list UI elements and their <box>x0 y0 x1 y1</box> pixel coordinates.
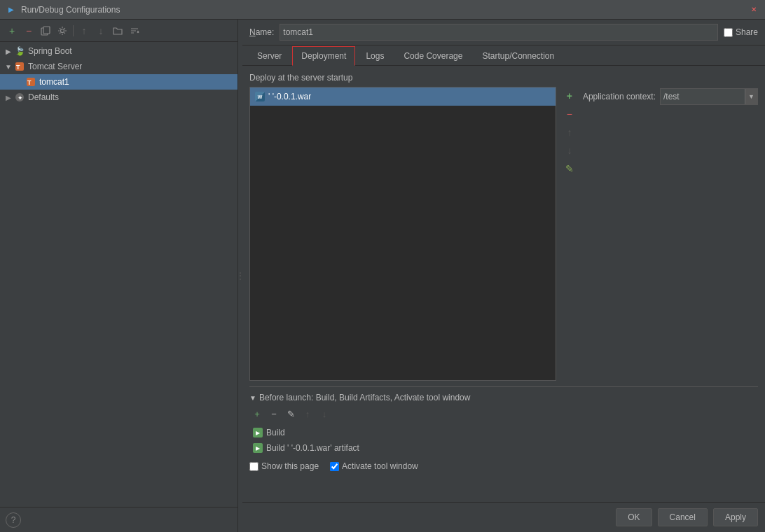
ok-button[interactable]: OK <box>616 508 652 526</box>
config-settings-button[interactable] <box>55 23 70 38</box>
tree-item-tomcat-server[interactable]: ▼ T Tomcat Server <box>0 59 237 74</box>
apply-button[interactable]: Apply <box>713 508 758 526</box>
title-bar: ▶ Run/Debug Configurations ✕ <box>0 0 765 20</box>
spring-boot-arrow: ▶ <box>3 46 14 57</box>
tomcat-server-arrow: ▼ <box>3 61 14 72</box>
title-bar-icon: ▶ <box>6 4 17 15</box>
left-bottom: ? <box>0 507 237 532</box>
deploy-list-item-0[interactable]: W ' '-0.0.1.war <box>250 88 556 106</box>
left-panel: + − ↑ ↓ <box>0 20 238 532</box>
share-area: Share <box>724 27 758 37</box>
app-context-input[interactable] <box>661 92 745 102</box>
defaults-arrow: ▶ <box>3 92 14 103</box>
build-artifact-icon: ▶ <box>252 442 263 454</box>
bl-item-build-label: Build <box>266 428 285 438</box>
app-context-dropdown-button[interactable]: ▼ <box>745 89 757 104</box>
tabs-row: Server Deployment Logs Code Coverage Sta… <box>242 46 765 66</box>
move-up-button[interactable]: ↑ <box>76 23 92 38</box>
svg-text:T: T <box>16 64 20 71</box>
toolbar-sep-1 <box>73 25 74 36</box>
show-this-page-group: Show this page <box>249 461 319 471</box>
deploy-remove-button[interactable]: − <box>562 106 577 122</box>
bl-item-build-artifact[interactable]: ▶ Build ' '-0.0.1.war' artifact <box>249 440 758 456</box>
tab-deployment[interactable]: Deployment <box>292 46 355 66</box>
deploy-label: Deploy at the server startup <box>249 73 758 83</box>
share-label: Share <box>736 27 758 37</box>
svg-point-2 <box>61 29 64 32</box>
bl-item-build[interactable]: ▶ Build <box>249 425 758 440</box>
copy-config-button[interactable] <box>38 23 53 38</box>
bl-remove-button[interactable]: − <box>266 407 282 421</box>
sort-button[interactable] <box>127 23 142 38</box>
add-config-button[interactable]: + <box>4 23 20 38</box>
deploy-add-button[interactable]: + <box>562 88 577 104</box>
deploy-edit-button[interactable]: ✎ <box>562 161 577 176</box>
defaults-label: Defaults <box>28 92 59 102</box>
show-page-label[interactable]: Show this page <box>261 461 319 471</box>
tomcat-server-label: Tomcat Server <box>28 62 82 71</box>
checkboxes-row: Show this page Activate tool window <box>249 461 758 471</box>
content-area: Deploy at the server startup W ' '-0.0.1… <box>242 66 765 502</box>
deploy-side-buttons: + − ↑ ↓ ✎ <box>562 87 577 381</box>
tree-item-tomcat1[interactable]: ▶ T tomcat1 <box>0 74 237 90</box>
name-label: Name: <box>249 27 274 37</box>
bl-up-button[interactable]: ↑ <box>300 407 315 421</box>
tree-item-defaults[interactable]: ▶ ✦ Defaults <box>0 90 237 105</box>
tab-startup-connection[interactable]: Startup/Connection <box>473 46 563 66</box>
bottom-buttons: OK Cancel Apply <box>242 502 765 532</box>
svg-rect-1 <box>43 27 50 34</box>
close-button[interactable]: ✕ <box>748 4 759 15</box>
before-launch-arrow[interactable]: ▼ <box>249 394 256 402</box>
defaults-icon: ✦ <box>14 92 25 103</box>
tree-item-spring-boot[interactable]: ▶ 🍃 Spring Boot <box>0 43 237 59</box>
activate-tool-window-checkbox[interactable] <box>330 462 339 471</box>
move-down-button[interactable]: ↓ <box>93 23 109 38</box>
right-panel: Name: Share Server Deployment Logs Code … <box>242 20 765 532</box>
title-bar-text: Run/Debug Configurations <box>21 5 748 15</box>
show-page-checkbox[interactable] <box>249 462 259 471</box>
tab-logs[interactable]: Logs <box>357 46 393 66</box>
config-tree: ▶ 🍃 Spring Boot ▼ T Tomcat Server ▶ <box>0 42 237 507</box>
app-context-area: Application context: ▼ <box>583 87 758 381</box>
svg-text:✦: ✦ <box>18 94 23 102</box>
title-bar-controls: ✕ <box>748 4 759 15</box>
war-icon: W <box>254 91 266 102</box>
before-launch-items: ▶ Build ▶ Build ' '-0.0.1.war' artifact <box>249 425 758 456</box>
deploy-section: W ' '-0.0.1.war + − ↑ ↓ ✎ A <box>249 87 758 381</box>
before-launch-section: ▼ Before launch: Build, Build Artifacts,… <box>249 386 758 471</box>
before-launch-text: Before launch: Build, Build Artifacts, A… <box>259 393 471 402</box>
left-toolbar: + − ↑ ↓ <box>0 20 237 42</box>
app-context-input-wrap: ▼ <box>660 88 758 105</box>
bl-edit-button[interactable]: ✎ <box>283 407 298 421</box>
bl-add-button[interactable]: + <box>249 407 265 421</box>
activate-tool-window-group: Activate tool window <box>330 461 418 471</box>
name-row: Name: Share <box>242 20 765 46</box>
tab-server[interactable]: Server <box>248 46 291 66</box>
deploy-down-button[interactable]: ↓ <box>562 143 577 158</box>
deploy-list-area: W ' '-0.0.1.war <box>249 87 556 381</box>
app-context-label: Application context: <box>583 92 656 102</box>
move-to-folder-button[interactable] <box>110 23 125 38</box>
tomcat1-icon: T <box>25 76 36 88</box>
remove-config-button[interactable]: − <box>21 23 36 38</box>
main-layout: + − ↑ ↓ <box>0 20 765 532</box>
activate-tool-window-label[interactable]: Activate tool window <box>342 461 418 471</box>
app-context-row: Application context: ▼ <box>583 88 758 105</box>
build-icon: ▶ <box>252 427 263 438</box>
deploy-up-button[interactable]: ↑ <box>562 125 577 140</box>
cancel-button[interactable]: Cancel <box>658 508 708 526</box>
name-input[interactable] <box>280 24 718 41</box>
bl-down-button[interactable]: ↓ <box>317 407 332 421</box>
before-launch-toolbar: + − ✎ ↑ ↓ <box>249 407 758 421</box>
share-checkbox[interactable] <box>724 28 733 37</box>
bl-item-artifact-label: Build ' '-0.0.1.war' artifact <box>266 443 359 453</box>
spring-boot-icon: 🍃 <box>14 46 25 57</box>
spring-boot-label: Spring Boot <box>28 46 72 56</box>
tomcat1-label: tomcat1 <box>39 77 69 87</box>
tab-code-coverage[interactable]: Code Coverage <box>394 46 471 66</box>
svg-text:T: T <box>27 79 32 86</box>
tomcat-server-icon: T <box>14 61 25 72</box>
help-button[interactable]: ? <box>6 512 21 528</box>
before-launch-header: ▼ Before launch: Build, Build Artifacts,… <box>249 393 758 402</box>
deploy-item-text-0: ' '-0.0.1.war <box>268 92 311 102</box>
